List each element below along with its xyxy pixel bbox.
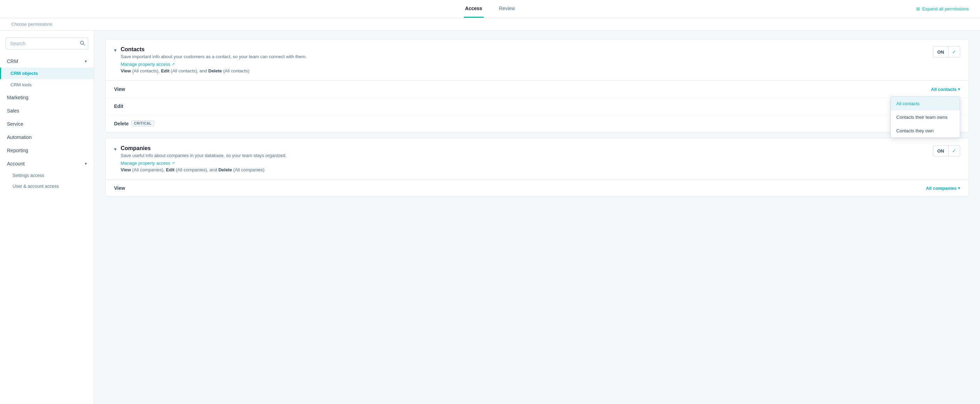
sidebar-group-sales-header[interactable]: Sales xyxy=(0,105,94,117)
contacts-toggle-check-icon: ✓ xyxy=(948,47,960,57)
sidebar-group-marketing-header[interactable]: Marketing xyxy=(0,91,94,104)
contacts-view-dropdown: All contacts Contacts their team owns Co… xyxy=(890,97,960,138)
sidebar-group-reporting: Reporting xyxy=(0,144,94,157)
companies-view-value[interactable]: All companies ▾ xyxy=(926,185,960,191)
companies-view-row: View All companies ▾ xyxy=(106,180,969,196)
sidebar-group-reporting-header[interactable]: Reporting xyxy=(0,144,94,157)
contacts-header: ▾ Contacts Save important info about you… xyxy=(106,40,969,81)
contacts-title: Contacts xyxy=(121,46,307,52)
sidebar-item-crm-objects[interactable]: CRM objects xyxy=(0,68,94,79)
companies-manage-property-link[interactable]: Manage property access ↗ xyxy=(121,160,175,166)
contacts-description: Save important info about your customers… xyxy=(121,54,307,59)
crm-chevron-down-icon: ▾ xyxy=(85,59,87,64)
tab-review[interactable]: Review xyxy=(498,0,517,18)
contacts-expand-icon[interactable]: ▾ xyxy=(114,48,116,53)
sidebar-group-crm: CRM ▾ CRM objects CRM tools xyxy=(0,55,94,90)
companies-toggle-check-icon: ✓ xyxy=(948,146,960,156)
companies-external-link-icon: ↗ xyxy=(172,161,175,165)
critical-badge: CRITICAL xyxy=(132,120,154,127)
sidebar-item-user-account-access[interactable]: User & account access xyxy=(0,181,94,192)
external-link-icon: ↗ xyxy=(172,62,175,67)
contacts-toggle-label: ON xyxy=(933,47,949,57)
sidebar-group-crm-header[interactable]: CRM ▾ xyxy=(0,55,94,68)
content-area: ▾ Contacts Save important info about you… xyxy=(94,31,980,404)
companies-section: ▾ Companies Save useful info about compa… xyxy=(105,138,969,197)
contacts-delete-label: Delete CRITICAL xyxy=(114,120,154,127)
main-layout: CRM ▾ CRM objects CRM tools Marketing Sa… xyxy=(0,31,980,404)
search-input[interactable] xyxy=(6,38,88,49)
tab-access[interactable]: Access xyxy=(464,0,484,18)
expand-all-permissions[interactable]: ⊞ Expand all permissions xyxy=(916,6,969,11)
dropdown-option-all-contacts[interactable]: All contacts xyxy=(891,97,960,110)
page-subtitle-bar: Choose permissions xyxy=(0,18,980,31)
companies-title: Companies xyxy=(121,145,287,152)
contacts-section: ▾ Contacts Save important info about you… xyxy=(105,39,969,132)
sidebar-group-sales: Sales xyxy=(0,105,94,117)
sidebar-group-automation-header[interactable]: Automation xyxy=(0,131,94,144)
contacts-edit-row: Edit xyxy=(106,98,969,115)
top-bar-tabs: Access Review xyxy=(464,0,517,18)
account-chevron-down-icon: ▾ xyxy=(85,161,87,166)
dropdown-option-they-own[interactable]: Contacts they own xyxy=(891,124,960,138)
companies-view-chevron-down-icon: ▾ xyxy=(958,186,960,190)
companies-info: Companies Save useful info about compani… xyxy=(121,145,287,173)
companies-permissions-summary: View (All companies), Edit (All companie… xyxy=(121,167,287,173)
contacts-view-dropdown-container: All contacts ▾ All contacts Contacts the… xyxy=(931,87,960,92)
sidebar-group-automation: Automation xyxy=(0,131,94,144)
sidebar-search-container xyxy=(6,38,88,49)
sidebar-item-crm-tools[interactable]: CRM tools xyxy=(0,79,94,90)
contacts-delete-row: Delete CRITICAL xyxy=(106,115,969,132)
expand-icon: ⊞ xyxy=(916,6,920,11)
contacts-view-value[interactable]: All contacts ▾ xyxy=(931,87,960,92)
sidebar-group-account: Account ▾ Settings access User & account… xyxy=(0,157,94,192)
companies-expand-icon[interactable]: ▾ xyxy=(114,146,116,152)
contacts-toggle[interactable]: ON ✓ xyxy=(933,46,961,57)
sidebar-item-settings-access[interactable]: Settings access xyxy=(0,170,94,181)
sidebar-group-service-header[interactable]: Service xyxy=(0,118,94,130)
contacts-view-row: View All contacts ▾ All contacts Contact… xyxy=(106,81,969,98)
companies-description: Save useful info about companies in your… xyxy=(121,153,287,158)
search-icon xyxy=(80,41,85,47)
contacts-edit-label: Edit xyxy=(114,103,123,109)
sidebar: CRM ▾ CRM objects CRM tools Marketing Sa… xyxy=(0,31,94,404)
sidebar-group-marketing: Marketing xyxy=(0,91,94,104)
companies-header-left: ▾ Companies Save useful info about compa… xyxy=(114,145,287,173)
top-bar: Access Review ⊞ Expand all permissions xyxy=(0,0,980,18)
dropdown-option-team-owns[interactable]: Contacts their team owns xyxy=(891,110,960,124)
svg-line-1 xyxy=(83,44,85,45)
contacts-info: Contacts Save important info about your … xyxy=(121,46,307,73)
contacts-manage-property-link[interactable]: Manage property access ↗ xyxy=(121,62,175,67)
companies-toggle[interactable]: ON ✓ xyxy=(933,145,961,156)
sidebar-group-service: Service xyxy=(0,118,94,130)
companies-view-label: View xyxy=(114,185,125,191)
contacts-header-left: ▾ Contacts Save important info about you… xyxy=(114,46,307,73)
companies-header: ▾ Companies Save useful info about compa… xyxy=(106,138,969,180)
contacts-view-chevron-down-icon: ▾ xyxy=(958,87,960,92)
contacts-view-label: View xyxy=(114,86,125,92)
companies-toggle-label: ON xyxy=(933,146,949,156)
sidebar-group-account-header[interactable]: Account ▾ xyxy=(0,157,94,170)
contacts-permissions-summary: View (All contacts), Edit (All contacts)… xyxy=(121,68,307,73)
